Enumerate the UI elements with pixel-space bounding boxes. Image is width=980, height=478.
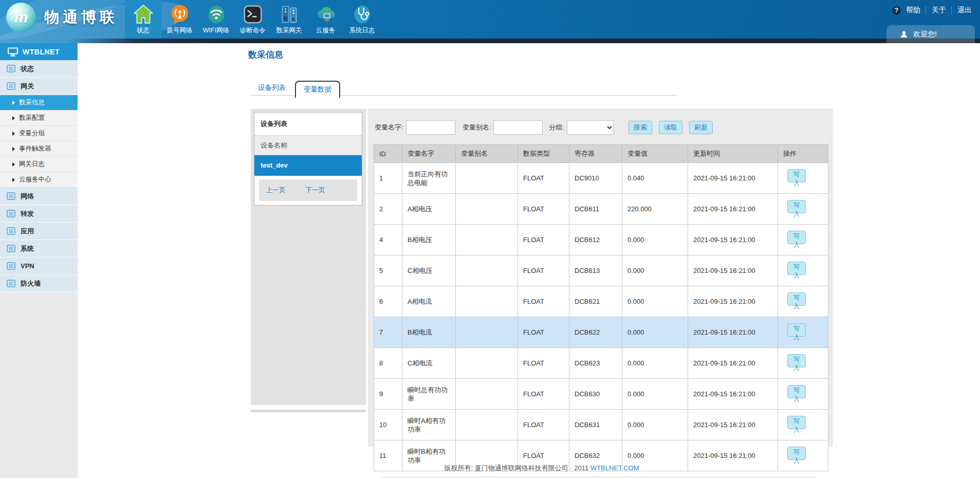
cell-id: 6	[374, 286, 402, 317]
device-pager: 上一页 下一页	[259, 179, 357, 201]
column-header-type: 数据类型	[518, 145, 569, 163]
write-button[interactable]: 写入	[787, 323, 806, 337]
cell-register: DCB621	[569, 286, 622, 317]
sidebar-item-label: 网络	[21, 192, 34, 201]
sidebar-item-dc-config[interactable]: 数采配置	[0, 111, 78, 126]
tab-variable-data[interactable]: 变量数据	[295, 81, 340, 98]
sidebar-item-gateway[interactable]: 网关	[0, 78, 78, 95]
list-icon	[7, 227, 15, 235]
nav-item-dc-gateway[interactable]: 数采网关	[271, 0, 307, 43]
about-link[interactable]: 关于	[932, 6, 946, 15]
sidebar-item-application[interactable]: 应用	[0, 223, 78, 240]
column-header-name: 变量名字	[402, 145, 456, 163]
brand-title: 物通博联	[44, 7, 118, 28]
cell-register: DCB611	[569, 194, 622, 225]
sidebar-item-label: 事件触发器	[19, 144, 51, 153]
nav-item-status[interactable]: 状态	[125, 0, 161, 43]
table-row: 2 A相电压 FLOAT DCB611 220.000 2021-09-15 1…	[374, 194, 828, 225]
device-next-page-link[interactable]: 下一页	[305, 186, 325, 195]
cell-register: DCB623	[569, 348, 622, 379]
cell-value: 0.040	[622, 163, 688, 194]
help-link[interactable]: 帮助	[906, 6, 920, 15]
sidebar-item-cloud-service-center[interactable]: 云服务中心	[0, 172, 78, 188]
sidebar-item-label: 云服务中心	[19, 175, 51, 184]
sidebar-title: WTBLNET	[23, 48, 60, 56]
search-button[interactable]: 搜索	[628, 121, 652, 134]
cell-id: 2	[374, 194, 402, 225]
cell-alias	[456, 255, 518, 286]
copyright-year: · 2011	[570, 464, 588, 472]
logout-link[interactable]: 退出	[957, 6, 972, 15]
variable-name-input[interactable]	[406, 120, 455, 135]
cell-type: FLOAT	[518, 379, 569, 410]
sidebar-item-label: 网关日志	[19, 160, 45, 169]
device-item-test-dev[interactable]: test_dev	[254, 155, 362, 176]
main-nav: 状态 拨号网络 WIFI网络 诊断命令 数采网关	[125, 0, 380, 43]
variable-alias-input[interactable]	[493, 120, 543, 135]
write-button[interactable]: 写入	[787, 292, 806, 306]
sidebar-item-network[interactable]: 网络	[0, 188, 78, 205]
top-navbar: m 物通博联 状态 拨号网络 WIFI网络 诊断命令	[0, 0, 980, 43]
sidebar-item-gateway-log[interactable]: 网关日志	[0, 157, 78, 172]
sidebar-item-variable-group[interactable]: 变量分组	[0, 126, 78, 141]
cell-name: A相电压	[402, 194, 456, 225]
cell-name: C相电流	[402, 348, 456, 379]
write-button[interactable]: 写入	[787, 262, 806, 275]
sidebar-item-vpn[interactable]: VPN	[0, 258, 78, 275]
sidebar-item-event-trigger[interactable]: 事件触发器	[0, 141, 78, 157]
write-button[interactable]: 写入	[787, 169, 806, 182]
cell-id: 7	[374, 317, 402, 348]
nav-item-label: 系统日志	[349, 26, 375, 35]
welcome-box[interactable]: 欢迎您!	[886, 25, 975, 43]
nav-item-cloud-service[interactable]: 云服务	[307, 0, 344, 43]
write-button[interactable]: 写入	[787, 447, 806, 460]
cell-value: 0.000	[622, 286, 688, 317]
main-content: 数采信息 设备列表 变量数据 设备列表 设备名称 test_dev 上一页 下一…	[78, 43, 980, 478]
cell-type: FLOAT	[518, 410, 569, 440]
sidebar-item-forwarding[interactable]: 转发	[0, 205, 78, 223]
nav-item-dialup-network[interactable]: 拨号网络	[161, 0, 198, 43]
sidebar-item-system[interactable]: 系统	[0, 240, 78, 258]
nav-item-wifi-network[interactable]: WIFI网络	[198, 0, 234, 43]
sidebar-item-dc-info[interactable]: 数采信息	[0, 95, 78, 111]
cell-alias	[456, 194, 518, 225]
cell-alias	[456, 225, 518, 255]
sidebar-item-status[interactable]: 状态	[0, 60, 78, 78]
read-button[interactable]: 读取	[659, 121, 682, 134]
device-prev-page-link[interactable]: 上一页	[266, 186, 286, 195]
sidebar-item-firewall[interactable]: 防火墙	[0, 275, 78, 292]
cell-updated: 2021-09-15 16:21:00	[688, 379, 778, 410]
write-button[interactable]: 写入	[787, 231, 806, 244]
column-header-register: 寄存器	[569, 145, 622, 163]
footer-link[interactable]: WTBLNET.COM	[590, 464, 639, 472]
nav-item-diagnostic-command[interactable]: 诊断命令	[234, 0, 271, 43]
cell-alias	[456, 348, 518, 379]
tab-device-list[interactable]: 设备列表	[251, 79, 293, 98]
cell-value: 0.000	[622, 255, 688, 286]
group-label: 分组:	[549, 123, 564, 132]
arrow-right-icon	[12, 178, 15, 182]
table-row: 5 C相电压 FLOAT DCB613 0.000 2021-09-15 16:…	[374, 255, 828, 286]
write-button[interactable]: 写入	[787, 416, 806, 429]
sidebar-items: 状态 网关 数采信息 数采配置 变量分组 事件触发器 网关日志 云服务中心 网络	[0, 60, 78, 292]
nav-item-label: 诊断命令	[240, 26, 266, 35]
cell-action: 写入	[778, 286, 828, 317]
sidebar-item-label: VPN	[21, 262, 34, 270]
write-button[interactable]: 写入	[787, 385, 806, 398]
column-header-value: 变量值	[622, 145, 688, 163]
cell-updated: 2021-09-15 16:21:00	[688, 225, 778, 255]
cell-id: 9	[374, 379, 402, 410]
refresh-button[interactable]: 刷新	[689, 121, 713, 134]
tabs: 设备列表 变量数据	[251, 79, 340, 98]
cell-id: 8	[374, 348, 402, 379]
stethoscope-icon	[352, 4, 373, 25]
nav-item-system-log[interactable]: 系统日志	[344, 0, 380, 43]
group-select[interactable]	[567, 120, 614, 135]
write-button[interactable]: 写入	[787, 200, 806, 213]
device-list-header: 设备列表	[254, 113, 362, 136]
cell-alias	[456, 163, 518, 194]
cell-action: 写入	[778, 348, 828, 379]
navbar-shadow-strip	[0, 39, 980, 43]
cell-action: 写入	[778, 410, 828, 440]
write-button[interactable]: 写入	[787, 354, 806, 367]
